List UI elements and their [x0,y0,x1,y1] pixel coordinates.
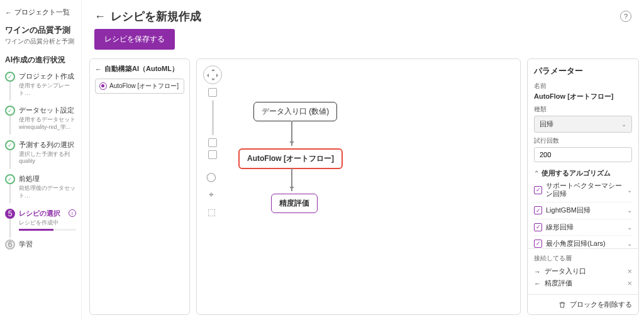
step-title: プロジェクト作成 [19,72,76,81]
edge-2 [291,168,292,191]
step-pending-icon: 6 [5,240,15,250]
project-subtitle: ワインの品質分析と予測 [5,37,76,46]
zoom-in-button[interactable] [208,88,217,97]
param-type-value: 回帰 [540,119,553,129]
step-title: データセット設定 [19,106,76,115]
autoflow-icon [99,82,107,90]
algorithm-item[interactable]: ✓最小角度回帰(Lars)⌄ [534,236,632,248]
step-2[interactable]: データセット設定使用するデータセットwinequality-red_学... [5,106,76,131]
step-4[interactable]: 前処理前処理後のデータセット… [5,174,76,199]
page-title-row: ← レシピを新規作成 [94,9,201,24]
crop-icon[interactable]: ⬚ [206,206,217,218]
chevron-down-icon: ⌄ [627,240,632,247]
main-area: ← レシピを新規作成 ? レシピを保存する ← 自動構築AI（AutoML） A… [82,0,644,320]
chevron-down-icon: ⌄ [627,207,632,214]
node-autoflow-label: AutoFlow [オートフロー] [247,154,334,163]
param-type-select[interactable]: 回帰 ⌄ [534,116,632,133]
algorithm-list: ✓サポートベクターマシーン回帰⌄✓LightGBM回帰⌄✓線形回帰⌄✓最小角度回… [534,178,632,248]
arrow-right-icon: → [534,268,541,275]
param-type-label: 種類 [534,105,632,114]
step-current-icon: 5 [5,209,15,219]
arrow-left-icon: ← [5,9,12,16]
check-icon [5,72,15,82]
sidebar: ← プロジェクト一覧 ワインの品質予測 ワインの品質分析と予測 AI作成の進行状… [0,0,82,320]
param-trials-label: 試行回数 [534,136,632,145]
lasso-icon[interactable]: ◯ [206,171,217,182]
algorithm-item[interactable]: ✓LightGBM回帰⌄ [534,202,632,219]
chevron-down-icon: ⌄ [627,187,632,194]
connections-section: 接続してる層 → データ入り口 × ← 精度評価 × [528,248,638,294]
step-desc: 使用するテンプレート… [19,82,76,97]
zoom-reset-button[interactable] [208,150,217,159]
check-icon [5,174,15,184]
back-to-projects[interactable]: ← プロジェクト一覧 [5,8,76,17]
step-progress [19,229,76,231]
algorithm-name: LightGBM回帰 [546,206,623,214]
step-5[interactable]: 5レシピの選択iレシピを作成中 [5,209,76,231]
zoom-out-button[interactable] [208,138,217,147]
algorithm-name: サポートベクターマシーン回帰 [546,182,623,198]
delete-block-label: ブロックを削除する [570,300,632,309]
param-trials-input[interactable] [534,147,632,162]
pan-control[interactable] [203,65,222,84]
flow-canvas[interactable]: ◯ ⌖ ⬚ データ入り口 (数値) AutoFlow [オートフロー] 精 [196,58,521,315]
algorithm-item[interactable]: ✓サポートベクターマシーン回帰⌄ [534,178,632,202]
checkbox-icon[interactable]: ✓ [534,206,542,214]
algo-heading-label: 使用するアルゴリズム [541,168,611,178]
chevron-up-icon: ⌃ [534,170,539,177]
algorithm-name: 線形回帰 [546,223,623,231]
help-icon[interactable]: ? [620,11,631,22]
blocks-panel: ← 自動構築AI（AutoML） AutoFlow [オートフロー] [89,58,190,315]
blocks-heading-label: 自動構築AI（AutoML） [104,64,179,74]
algo-heading[interactable]: ⌃ 使用するアルゴリズム [534,168,632,178]
step-desc: レシピを作成中 [19,219,76,227]
connection-out: ← 精度評価 × [534,277,632,289]
connection-in-label: データ入り口 [545,267,586,276]
arrow-left-icon: ← [95,65,102,73]
info-icon[interactable]: i [69,209,76,217]
step-title: 予測する列の選択 [19,140,76,150]
node-eval-label: 精度評価 [279,199,309,207]
node-autoflow[interactable]: AutoFlow [オートフロー] [238,148,343,169]
block-item-autoflow[interactable]: AutoFlow [オートフロー] [95,79,184,94]
check-icon [5,106,15,116]
step-3[interactable]: 予測する列の選択選択した予測する列quality [5,140,76,165]
focus-icon[interactable]: ⌖ [206,189,217,200]
param-name-value: AutoFlow [オートフロー] [534,92,632,101]
edge-1 [291,121,292,146]
step-6[interactable]: 6学習 [5,240,76,249]
arrow-left-icon: ← [534,280,541,287]
step-1[interactable]: プロジェクト作成使用するテンプレート… [5,72,76,97]
algorithm-name: 最小角度回帰(Lars) [546,240,623,248]
blocks-heading[interactable]: ← 自動構築AI（AutoML） [95,64,184,74]
save-recipe-button[interactable]: レシピを保存する [94,29,175,50]
checkbox-icon[interactable]: ✓ [534,240,542,248]
remove-connection-in[interactable]: × [627,267,632,276]
chevron-down-icon: ⌄ [621,121,626,128]
algorithm-item[interactable]: ✓線形回帰⌄ [534,219,632,236]
back-label: プロジェクト一覧 [14,8,70,17]
progress-heading: AI作成の進行状況 [5,55,76,65]
chevron-down-icon: ⌄ [627,224,632,231]
params-heading: パラメーター [534,65,632,77]
step-title: レシピの選択i [19,209,76,218]
node-input[interactable]: データ入り口 (数値) [253,102,337,121]
node-eval[interactable]: 精度評価 [271,194,318,213]
step-desc: 前処理後のデータセット… [19,185,76,199]
step-title: 前処理 [19,174,76,184]
checkbox-icon[interactable]: ✓ [534,223,542,231]
check-icon [5,140,15,150]
remove-connection-out[interactable]: × [627,279,632,288]
step-desc: 選択した予測する列quality [19,151,76,165]
checkbox-icon[interactable]: ✓ [534,186,542,194]
zoom-slider[interactable] [212,100,214,135]
connection-in: → データ入り口 × [534,265,632,277]
step-title: 学習 [19,240,76,249]
step-desc: 使用するデータセットwinequality-red_学... [19,116,76,131]
block-item-label: AutoFlow [オートフロー] [109,82,179,91]
arrow-left-icon[interactable]: ← [94,10,106,23]
param-name-label: 名前 [534,82,632,91]
step-list: プロジェクト作成使用するテンプレート…データセット設定使用するデータセットwin… [5,72,76,249]
connections-label: 接続してる層 [534,254,632,263]
delete-block-button[interactable]: ブロックを削除する [528,294,638,314]
